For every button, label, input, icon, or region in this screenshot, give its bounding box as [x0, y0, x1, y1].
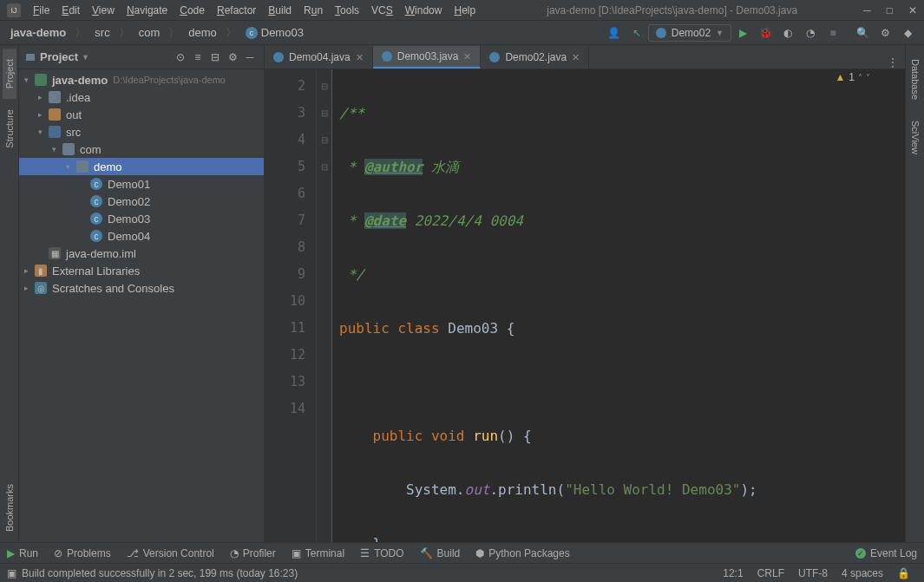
project-pane-title[interactable]: Project ▼ [24, 50, 89, 63]
bottom-todo[interactable]: ☰TODO [360, 547, 403, 559]
navbar: java-demo 〉 src 〉 com 〉 demo 〉 cDemo03 👤… [0, 21, 924, 45]
breadcrumb: java-demo 〉 src 〉 com 〉 demo 〉 cDemo03 [5, 24, 309, 42]
crumb-root[interactable]: java-demo [5, 24, 71, 41]
locate-icon[interactable]: ⊙ [172, 49, 189, 66]
crumb-class[interactable]: cDemo03 [240, 24, 309, 42]
right-sidebar: Database SciView [905, 45, 924, 542]
close-button[interactable]: ✕ [908, 4, 917, 16]
tree-demo02[interactable]: cDemo02 [19, 193, 264, 210]
titlebar: IJ File Edit View Navigate Code Refactor… [0, 0, 924, 21]
status-encoding[interactable]: UTF-8 [791, 567, 835, 579]
sidetab-structure[interactable]: Structure [3, 99, 16, 159]
search-icon[interactable]: 🔍 [853, 23, 872, 43]
ide-update-icon[interactable]: ◆ [898, 23, 917, 43]
java-class-icon [382, 51, 392, 62]
bottom-toolbar: ▶Run ⊘Problems ⎇Version Control ◔Profile… [0, 542, 924, 563]
tree-demo04[interactable]: cDemo04 [19, 227, 264, 245]
bottom-profiler[interactable]: ◔Profiler [230, 547, 276, 559]
sidetab-database[interactable]: Database [908, 49, 922, 110]
chevron-down-icon: ▼ [716, 29, 724, 37]
tree-idea[interactable]: ▸.idea [19, 88, 264, 106]
debug-button[interactable]: 🐞 [756, 23, 775, 43]
menu-view[interactable]: View [87, 3, 120, 18]
tab-demo02[interactable]: Demo02.java ✕ [481, 46, 589, 69]
tree-demo03[interactable]: cDemo03 [19, 210, 264, 227]
sidetab-sciview[interactable]: SciView [908, 110, 922, 165]
project-icon [24, 51, 36, 63]
tree-scratches[interactable]: ▸◎Scratches and Consoles [19, 279, 264, 297]
hide-icon[interactable]: ─ [241, 49, 259, 66]
app-logo: IJ [7, 3, 21, 17]
sidetab-project[interactable]: Project [3, 49, 16, 99]
code-area[interactable]: /** * @author 水滴 * @date 2022/4/4 0004 *… [332, 69, 905, 542]
menu-help[interactable]: Help [449, 3, 481, 18]
project-tree: ▾ java-demo D:\IdeaProjects\java-demo ▸.… [19, 69, 264, 542]
bottom-problems[interactable]: ⊘Problems [54, 547, 111, 559]
status-icon[interactable]: ▣ [7, 567, 16, 579]
java-class-icon [273, 52, 284, 62]
left-sidebar: Project Structure Bookmarks [0, 45, 19, 542]
tree-src[interactable]: ▾src [19, 123, 264, 141]
java-class-icon [489, 52, 500, 62]
status-indent[interactable]: 4 spaces [835, 567, 890, 579]
back-icon[interactable]: ↖ [627, 23, 646, 43]
menu-run[interactable]: Run [298, 3, 328, 18]
tab-demo04[interactable]: Demo04.java ✕ [265, 46, 373, 69]
crumb-demo[interactable]: demo [183, 24, 222, 41]
tree-ext-libs[interactable]: ▸▮External Libraries [19, 262, 264, 279]
close-icon[interactable]: ✕ [463, 51, 471, 62]
run-config-name: Demo02 [672, 27, 711, 39]
bottom-build[interactable]: 🔨Build [420, 547, 461, 559]
bottom-python[interactable]: ⬢Python Packages [475, 547, 569, 559]
editor-body[interactable]: 234567891011121314 ⊟⊟⊟⊟ /** * @author 水滴… [265, 69, 905, 542]
crumb-src[interactable]: src [89, 24, 115, 41]
tree-iml[interactable]: ▦java-demo.iml [19, 245, 264, 262]
menu-navigate[interactable]: Navigate [121, 3, 173, 18]
line-gutter[interactable]: 234567891011121314 [265, 69, 317, 542]
menu-tools[interactable]: Tools [330, 3, 364, 18]
menu-build[interactable]: Build [263, 3, 297, 18]
run-button[interactable]: ▶ [733, 23, 752, 43]
expand-icon[interactable]: ≡ [189, 49, 206, 66]
run-config-icon [656, 28, 666, 38]
svg-rect-0 [26, 54, 35, 61]
add-user-icon[interactable]: 👤 [605, 23, 624, 43]
close-icon[interactable]: ✕ [356, 52, 364, 63]
tab-demo03[interactable]: Demo03.java ✕ [373, 46, 482, 69]
editor: Demo04.java ✕ Demo03.java ✕ Demo02.java … [265, 45, 905, 542]
settings-icon[interactable]: ⚙ [875, 23, 895, 43]
menu-vcs[interactable]: VCS [366, 3, 398, 18]
fold-gutter[interactable]: ⊟⊟⊟⊟ [317, 69, 332, 542]
bottom-vcs[interactable]: ⎇Version Control [127, 547, 214, 559]
bottom-run[interactable]: ▶Run [7, 547, 38, 559]
minimize-button[interactable]: ─ [863, 4, 871, 16]
status-bar: ▣ Build completed successfully in 2 sec,… [0, 563, 924, 582]
close-icon[interactable]: ✕ [572, 52, 580, 63]
tree-com[interactable]: ▾com [19, 141, 264, 158]
maximize-button[interactable]: □ [887, 4, 893, 16]
tree-root[interactable]: ▾ java-demo D:\IdeaProjects\java-demo [19, 71, 264, 88]
tree-demo01[interactable]: cDemo01 [19, 175, 264, 193]
menu-refactor[interactable]: Refactor [212, 3, 261, 18]
run-config-select[interactable]: Demo02 ▼ [648, 24, 731, 42]
menu-code[interactable]: Code [174, 3, 210, 18]
sidetab-bookmarks[interactable]: Bookmarks [3, 474, 16, 542]
crumb-com[interactable]: com [134, 24, 166, 41]
menubar: File Edit View Navigate Code Refactor Bu… [28, 3, 481, 18]
menu-file[interactable]: File [28, 3, 55, 18]
menu-edit[interactable]: Edit [56, 3, 85, 18]
coverage-button[interactable]: ◐ [778, 23, 797, 43]
bottom-eventlog[interactable]: ✓Event Log [855, 547, 917, 559]
tabs-menu-icon[interactable]: ⋮ [881, 56, 905, 69]
tree-demo[interactable]: ▾demo [19, 158, 264, 175]
status-line-sep[interactable]: CRLF [750, 567, 791, 579]
settings-icon[interactable]: ⚙ [224, 49, 241, 66]
lock-icon[interactable]: 🔒 [890, 567, 917, 579]
tree-out[interactable]: ▸out [19, 106, 264, 123]
profile-button[interactable]: ◔ [801, 23, 820, 43]
status-pos[interactable]: 12:1 [716, 567, 750, 579]
menu-window[interactable]: Window [400, 3, 448, 18]
collapse-icon[interactable]: ⊟ [206, 49, 224, 66]
stop-button[interactable]: ■ [823, 23, 842, 43]
bottom-terminal[interactable]: ▣Terminal [292, 547, 344, 559]
